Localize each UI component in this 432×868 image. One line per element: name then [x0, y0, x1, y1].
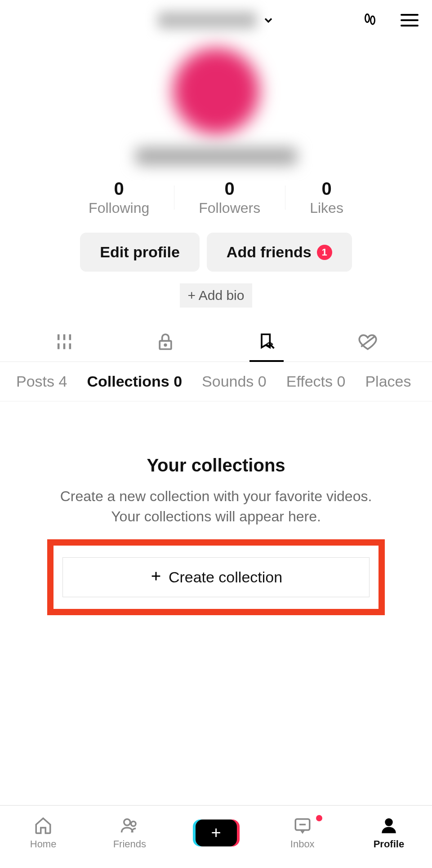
- svg-point-1: [371, 16, 375, 24]
- stat-likes[interactable]: 0 Likes: [285, 179, 368, 216]
- tab-saved[interactable]: [216, 326, 317, 361]
- stat-number: 0: [321, 179, 331, 199]
- highlight-annotation: Create collection: [47, 539, 385, 615]
- badge: 1: [317, 245, 332, 260]
- nav-home[interactable]: Home: [0, 816, 86, 850]
- header-actions: [362, 12, 419, 28]
- button-label: Create collection: [169, 568, 282, 586]
- plus-icon: [150, 568, 162, 586]
- subtab-effects[interactable]: Effects 0: [286, 373, 346, 390]
- chevron-down-icon: [262, 14, 275, 26]
- username-redacted: [158, 12, 257, 29]
- grid-icon: [54, 332, 74, 353]
- nav-profile[interactable]: Profile: [346, 816, 432, 850]
- stat-following[interactable]: 0 Following: [64, 179, 174, 216]
- nav-friends[interactable]: Friends: [86, 816, 173, 850]
- subtab-posts[interactable]: Posts 4: [16, 373, 67, 390]
- stat-number: 0: [114, 179, 124, 199]
- profile-actions: Edit profile Add friends 1: [0, 233, 432, 272]
- add-bio-button[interactable]: + Add bio: [180, 283, 253, 308]
- collections-empty-state: Your collections Create a new collection…: [0, 401, 432, 527]
- svg-point-0: [365, 14, 370, 22]
- avatar[interactable]: [169, 44, 263, 138]
- nav-inbox[interactable]: Inbox: [259, 816, 346, 850]
- friends-icon: [120, 816, 139, 837]
- add-friends-button[interactable]: Add friends 1: [207, 233, 352, 272]
- stats-row: 0 Following 0 Followers 0 Likes: [0, 179, 432, 216]
- edit-profile-button[interactable]: Edit profile: [80, 233, 200, 272]
- bookmark-hidden-icon: [257, 332, 276, 353]
- profile-header: [0, 0, 432, 40]
- stat-label: Following: [89, 200, 149, 216]
- empty-description: Create a new collection with your favori…: [27, 486, 405, 527]
- nav-label: Profile: [374, 838, 404, 850]
- inbox-icon: [293, 816, 312, 837]
- home-icon: [34, 816, 53, 837]
- content-tabs: [0, 326, 432, 362]
- empty-title: Your collections: [27, 455, 405, 476]
- stat-number: 0: [225, 179, 235, 199]
- username-switcher[interactable]: [158, 12, 275, 29]
- avatar-section: [0, 40, 432, 165]
- menu-icon[interactable]: [401, 14, 419, 26]
- stat-label: Followers: [199, 200, 260, 216]
- subtab-places[interactable]: Places: [365, 373, 411, 390]
- bottom-navigation: Home Friends + Inbox Profile: [0, 805, 432, 868]
- subtab-sounds[interactable]: Sounds 0: [202, 373, 267, 390]
- svg-point-18: [385, 818, 393, 826]
- create-collection-button[interactable]: Create collection: [62, 557, 370, 597]
- heart-hidden-icon: [358, 332, 378, 353]
- tab-liked[interactable]: [317, 326, 419, 361]
- svg-point-15: [131, 821, 136, 826]
- stat-followers[interactable]: 0 Followers: [174, 179, 285, 216]
- svg-point-14: [124, 819, 130, 825]
- svg-point-9: [165, 344, 166, 346]
- footprint-icon[interactable]: [362, 12, 378, 28]
- nav-label: Inbox: [290, 838, 315, 850]
- nav-label: Home: [30, 838, 57, 850]
- subtab-collections[interactable]: Collections 0: [87, 373, 182, 390]
- notification-dot: [316, 815, 322, 821]
- nav-create[interactable]: +: [173, 820, 259, 846]
- tab-private[interactable]: [115, 326, 216, 361]
- create-button: +: [196, 820, 237, 846]
- lock-icon: [156, 332, 175, 353]
- nav-label: Friends: [113, 838, 146, 850]
- profile-icon: [379, 816, 398, 837]
- plus-icon: +: [196, 820, 237, 846]
- button-label: Add friends: [227, 243, 312, 261]
- button-label: Edit profile: [100, 243, 180, 261]
- collection-sub-tabs: Posts 4 Collections 0 Sounds 0 Effects 0…: [0, 362, 432, 401]
- tab-posts[interactable]: [13, 326, 115, 361]
- stat-label: Likes: [310, 200, 343, 216]
- handle-redacted: [135, 147, 297, 165]
